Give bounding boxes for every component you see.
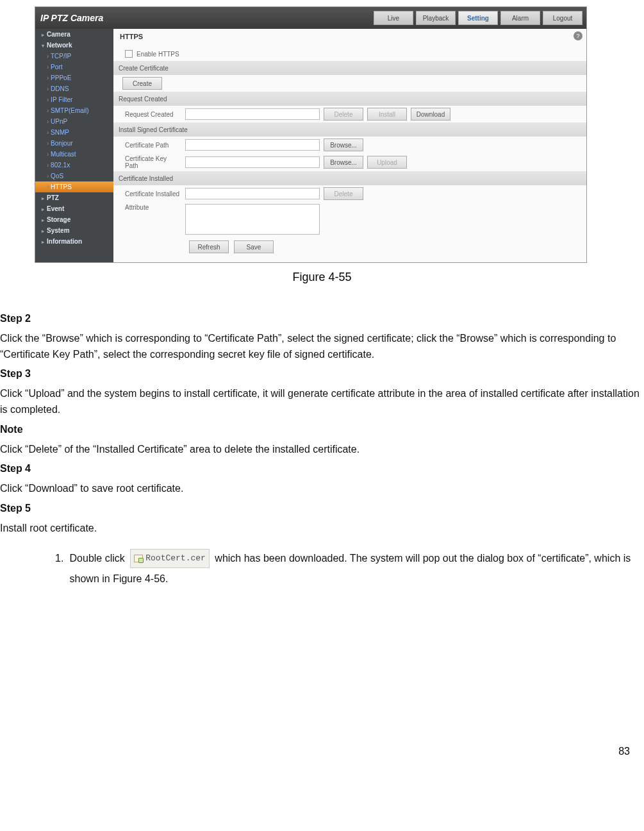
sidebar-item-snmp[interactable]: SNMP <box>35 127 113 138</box>
sidebar-cat-event[interactable]: Event <box>35 203 113 214</box>
sidebar-item-tcpip[interactable]: TCP/IP <box>35 51 113 62</box>
ordered-list: 1. Double click RootCert.cer which has b… <box>0 541 644 589</box>
chevron-right-icon <box>42 205 47 212</box>
request-download-button[interactable]: Download <box>411 108 450 121</box>
sidebar-item-smtp[interactable]: SMTP(Email) <box>35 105 113 116</box>
chevron-right-icon <box>42 216 47 223</box>
sidebar-item-multicast[interactable]: Multicast <box>35 149 113 160</box>
certificate-key-path-field[interactable] <box>185 156 320 168</box>
sidebar-item-8021x[interactable]: 802.1x <box>35 160 113 171</box>
step5-heading: Step 5 <box>0 501 644 517</box>
rootcert-filename: RootCert.cer <box>145 550 206 567</box>
enable-https-label: Enable HTTPS <box>136 51 179 58</box>
tab-alarm[interactable]: Alarm <box>500 11 540 25</box>
refresh-button[interactable]: Refresh <box>189 240 229 253</box>
tab-logout[interactable]: Logout <box>543 11 582 25</box>
step5-text: Install root certificate. <box>0 521 644 537</box>
step4-heading: Step 4 <box>0 461 644 477</box>
chevron-down-icon <box>42 42 47 49</box>
titlebar: IP PTZ Camera Live Playback Setting Alar… <box>35 7 586 29</box>
chevron-right-icon <box>42 238 47 245</box>
help-icon[interactable]: ? <box>574 31 582 40</box>
request-install-button[interactable]: Install <box>367 108 407 121</box>
installed-delete-button[interactable]: Delete <box>324 187 363 200</box>
list-number: 1. <box>55 548 70 589</box>
step2-heading: Step 2 <box>0 311 644 327</box>
sidebar-item-https[interactable]: HTTPS <box>35 181 113 192</box>
sidebar-cat-system[interactable]: System <box>35 225 113 236</box>
note-heading: Note <box>0 422 644 438</box>
sidebar-item-pppoe[interactable]: PPPoE <box>35 72 113 83</box>
attribute-field[interactable] <box>185 204 320 235</box>
content-panel: HTTPS ? Enable HTTPS Create Certificate … <box>113 29 586 262</box>
figure-caption: Figure 4-55 <box>0 271 644 284</box>
sidebar-item-bonjour[interactable]: Bonjour <box>35 138 113 149</box>
sidebar-cat-information[interactable]: Information <box>35 236 113 247</box>
certificate-path-label: Certificate Path <box>119 142 181 149</box>
note-text: Click “Delete” of the “Installed Certifi… <box>0 442 644 458</box>
tab-playback[interactable]: Playback <box>416 11 456 25</box>
page-number: 83 <box>0 592 644 765</box>
document-body: Step 2 Click the “Browse” which is corre… <box>0 301 644 589</box>
step3-text: Click “Upload” and the system begins to … <box>0 386 644 418</box>
certificate-file-icon <box>134 555 143 562</box>
save-button[interactable]: Save <box>234 240 274 253</box>
top-nav: Live Playback Setting Alarm Logout <box>374 11 582 25</box>
certificate-key-browse-button[interactable]: Browse... <box>324 156 363 169</box>
rootcert-file-chip: RootCert.cer <box>130 549 210 568</box>
li1-text-a: Double click <box>70 553 128 564</box>
https-settings-screenshot: IP PTZ Camera Live Playback Setting Alar… <box>35 6 587 263</box>
enable-https-checkbox[interactable] <box>125 50 133 58</box>
section-install-signed: Install Signed Certificate <box>113 122 586 137</box>
certificate-installed-field[interactable] <box>185 188 320 199</box>
app-body: Camera Network TCP/IP Port PPPoE DDNS IP… <box>35 29 586 262</box>
section-create-certificate: Create Certificate <box>113 61 586 75</box>
product-logo: IP PTZ Camera <box>40 13 103 23</box>
chevron-right-icon <box>42 194 47 201</box>
certificate-path-field[interactable] <box>185 139 320 151</box>
content-inner: Enable HTTPS Create Certificate Create R… <box>113 44 586 262</box>
sidebar-cat-ptz[interactable]: PTZ <box>35 192 113 203</box>
sidebar-item-ddns[interactable]: DDNS <box>35 83 113 94</box>
sidebar-cat-network[interactable]: Network <box>35 40 113 51</box>
tab-setting[interactable]: Setting <box>458 11 498 25</box>
list-item: 1. Double click RootCert.cer which has b… <box>55 548 644 589</box>
certificate-key-path-label: Certificate Key Path <box>119 155 181 169</box>
certificate-path-browse-button[interactable]: Browse... <box>324 138 363 151</box>
upload-button[interactable]: Upload <box>367 156 407 169</box>
step4-text: Click “Download” to save root certificat… <box>0 481 644 497</box>
sidebar-item-port[interactable]: Port <box>35 62 113 72</box>
sidebar-cat-storage[interactable]: Storage <box>35 214 113 225</box>
step3-heading: Step 3 <box>0 366 644 382</box>
step2-text: Click the “Browse” which is correspondin… <box>0 331 644 363</box>
certificate-installed-label: Certificate Installed <box>119 190 181 197</box>
section-request-created: Request Created <box>113 92 586 106</box>
tab-live[interactable]: Live <box>374 11 413 25</box>
section-certificate-installed: Certificate Installed <box>113 171 586 185</box>
sidebar-cat-camera[interactable]: Camera <box>35 29 113 40</box>
sidebar: Camera Network TCP/IP Port PPPoE DDNS IP… <box>35 29 113 262</box>
sidebar-item-upnp[interactable]: UPnP <box>35 116 113 127</box>
attribute-label: Attribute <box>119 204 181 211</box>
request-delete-button[interactable]: Delete <box>324 108 363 121</box>
request-created-label: Request Created <box>119 111 181 118</box>
request-created-field[interactable] <box>185 108 320 120</box>
chevron-right-icon <box>42 31 47 38</box>
chevron-right-icon <box>42 227 47 234</box>
sidebar-item-ipfilter[interactable]: IP Filter <box>35 94 113 105</box>
create-button[interactable]: Create <box>122 77 162 90</box>
sidebar-item-qos[interactable]: QoS <box>35 171 113 181</box>
panel-title: HTTPS <box>113 29 586 44</box>
